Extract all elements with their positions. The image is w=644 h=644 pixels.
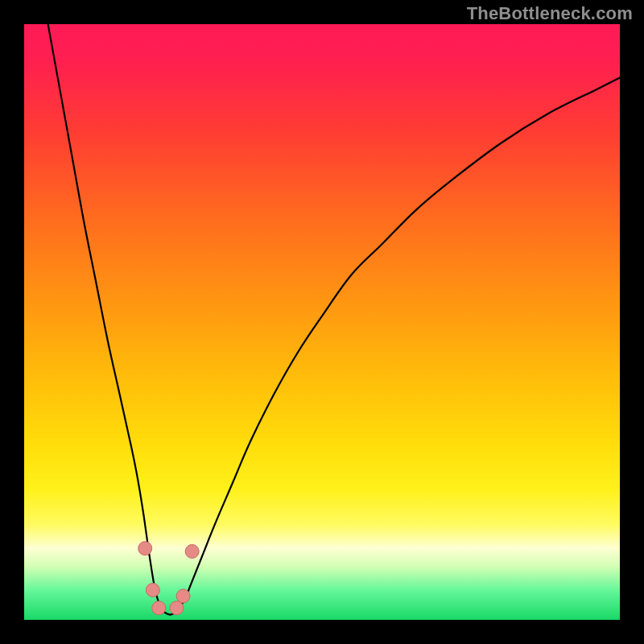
curve-marker-0 — [138, 542, 152, 555]
watermark-text: TheBottleneck.com — [467, 3, 633, 24]
curve-marker-5 — [185, 544, 199, 558]
curve-marker-3 — [170, 601, 184, 615]
chart-background — [24, 24, 620, 620]
chart-frame: TheBottleneck.com — [0, 0, 644, 644]
curve-marker-1 — [146, 584, 159, 597]
curve-marker-4 — [176, 589, 190, 603]
plot-area — [24, 24, 620, 620]
bottleneck-chart — [24, 24, 620, 620]
curve-marker-2 — [152, 601, 166, 615]
